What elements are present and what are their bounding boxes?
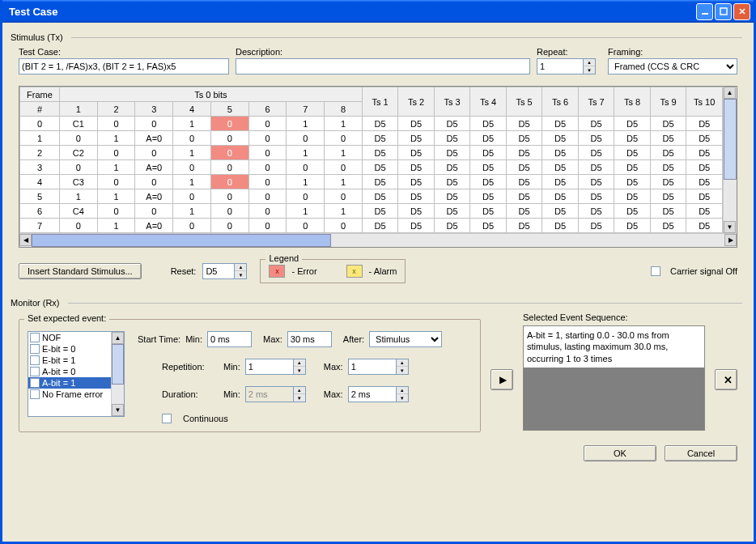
grid-cell[interactable]: D5 [614, 204, 651, 219]
grid-cell[interactable]: 0 [287, 219, 325, 233]
grid-cell[interactable]: 1 [173, 204, 211, 219]
spin-up-icon[interactable]: ▲ [294, 387, 305, 394]
grid-cell[interactable]: 0 [173, 189, 211, 204]
grid-cell[interactable]: D5 [650, 189, 686, 204]
grid-cell[interactable]: 1 [173, 175, 211, 189]
close-button[interactable] [733, 3, 750, 20]
table-row[interactable]: 301A=000000D5D5D5D5D5D5D5D5D5D5 [20, 160, 723, 175]
scroll-track[interactable] [724, 180, 737, 221]
grid-cell[interactable]: D5 [578, 146, 614, 160]
grid-cell[interactable]: D5 [362, 204, 398, 219]
scroll-down-icon[interactable]: ▼ [724, 221, 736, 233]
grid-cell[interactable]: D5 [578, 160, 614, 175]
grid-cell[interactable]: 0 [248, 175, 287, 189]
grid-cell[interactable]: A=0 [135, 189, 173, 204]
grid-cell[interactable]: D5 [542, 189, 579, 204]
grid-cell[interactable]: D5 [434, 175, 470, 189]
grid-cell[interactable]: D5 [686, 204, 723, 219]
grid-cell[interactable]: D5 [578, 189, 614, 204]
grid-cell[interactable]: 0 [248, 189, 287, 204]
event-checkbox[interactable] [30, 355, 40, 365]
grid-cell[interactable]: D5 [506, 131, 542, 146]
spin-up-icon[interactable]: ▲ [235, 264, 246, 271]
event-checkbox[interactable] [30, 333, 40, 342]
grid-cell[interactable]: 0 [135, 146, 173, 160]
grid-cell[interactable]: D5 [398, 189, 435, 204]
grid-cell[interactable]: D5 [686, 189, 723, 204]
event-checkbox[interactable] [30, 389, 40, 399]
grid-cell[interactable]: D5 [398, 175, 435, 189]
grid-cell[interactable]: D5 [578, 204, 614, 219]
grid-cell[interactable]: D5 [398, 146, 435, 160]
grid-cell[interactable]: 0 [59, 160, 97, 175]
grid-cell[interactable]: 0 [248, 219, 287, 233]
grid-cell[interactable]: 0 [59, 219, 97, 233]
grid-cell[interactable]: D5 [434, 146, 470, 160]
testcase-input[interactable] [19, 58, 229, 74]
spin-up-icon[interactable]: ▲ [294, 359, 305, 367]
rep-max-input[interactable] [348, 359, 397, 375]
start-min-input[interactable] [207, 331, 252, 347]
grid-cell[interactable]: D5 [542, 160, 579, 175]
selected-seq-box[interactable]: A-bit = 1, starting 0.0 - 30.0 ms from s… [523, 325, 705, 431]
spin-down-icon[interactable]: ▼ [397, 367, 408, 374]
scroll-track[interactable] [112, 385, 124, 404]
continuous-checkbox[interactable] [162, 414, 172, 423]
grid-cell[interactable]: 0 [97, 117, 135, 131]
rep-max-spinner[interactable]: ▲▼ [348, 359, 409, 375]
grid-cell[interactable]: D5 [362, 117, 398, 131]
grid-cell[interactable]: 0 [210, 219, 248, 233]
grid-cell[interactable]: D5 [434, 160, 470, 175]
scroll-track[interactable] [331, 234, 724, 247]
rep-min-input[interactable] [245, 359, 294, 375]
grid-cell[interactable]: D5 [470, 219, 507, 233]
grid-cell[interactable]: D5 [614, 189, 651, 204]
grid-cell[interactable]: D5 [506, 160, 542, 175]
grid-cell[interactable]: 0 [97, 204, 135, 219]
grid-cell[interactable]: 1 [325, 175, 363, 189]
grid-cell[interactable]: D5 [542, 219, 579, 233]
event-listbox[interactable]: NOFE-bit = 0E-bit = 1A-bit = 0A-bit = 1N… [28, 331, 125, 417]
grid-cell[interactable]: 0 [248, 131, 287, 146]
frame-grid[interactable]: FrameTs 0 bitsTs 1Ts 2Ts 3Ts 4Ts 5Ts 6Ts… [19, 87, 723, 233]
cancel-button[interactable]: Cancel [665, 445, 737, 461]
grid-cell[interactable]: 0 [325, 131, 363, 146]
minimize-button[interactable] [696, 3, 713, 20]
grid-cell[interactable]: D5 [542, 175, 579, 189]
grid-cell[interactable]: D5 [650, 131, 686, 146]
spin-down-icon[interactable]: ▼ [235, 271, 246, 278]
grid-cell[interactable]: C1 [59, 117, 97, 131]
scroll-thumb[interactable] [724, 99, 737, 180]
grid-cell[interactable]: D5 [470, 175, 507, 189]
list-item[interactable]: A-bit = 0 [28, 366, 111, 377]
grid-cell[interactable]: 0 [248, 160, 287, 175]
grid-cell[interactable]: D5 [362, 175, 398, 189]
table-row[interactable]: 2C20010011D5D5D5D5D5D5D5D5D5D5 [20, 146, 723, 160]
grid-cell[interactable]: 0 [325, 189, 363, 204]
start-max-input[interactable] [287, 331, 332, 347]
event-checkbox[interactable] [30, 344, 40, 354]
repeat-spinner[interactable]: ▲▼ [537, 58, 596, 74]
grid-cell[interactable]: D5 [506, 189, 542, 204]
grid-cell[interactable]: 0 [210, 189, 248, 204]
grid-cell[interactable]: D5 [398, 117, 435, 131]
grid-hscrollbar[interactable]: ◀ ▶ [19, 233, 737, 247]
grid-cell[interactable]: D5 [506, 117, 542, 131]
grid-cell[interactable]: D5 [470, 189, 507, 204]
event-checkbox[interactable] [30, 367, 40, 376]
grid-cell[interactable]: 0 [210, 131, 248, 146]
grid-cell[interactable]: 1 [287, 204, 325, 219]
table-row[interactable]: 511A=000000D5D5D5D5D5D5D5D5D5D5 [20, 189, 723, 204]
grid-cell[interactable]: D5 [362, 131, 398, 146]
reset-input[interactable] [202, 263, 235, 279]
reset-spinner[interactable]: ▲▼ [202, 263, 247, 279]
grid-cell[interactable]: D5 [686, 219, 723, 233]
description-input[interactable] [236, 58, 530, 74]
grid-cell[interactable]: D5 [434, 117, 470, 131]
after-select[interactable]: Stimulus [369, 331, 442, 347]
grid-cell[interactable]: 0 [248, 146, 287, 160]
grid-cell[interactable]: 0 [210, 204, 248, 219]
grid-cell[interactable]: 7 [20, 219, 60, 233]
maximize-button[interactable] [715, 3, 732, 20]
remove-event-button[interactable]: ✕ [715, 369, 737, 390]
